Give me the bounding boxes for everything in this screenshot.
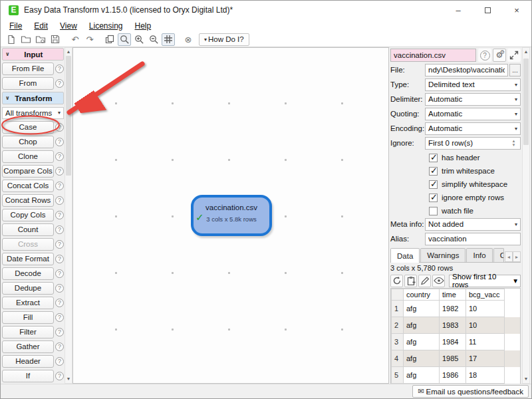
rows-shown-dropdown[interactable]: Show first 10 rows ▾ bbox=[449, 275, 521, 287]
checkbox-checked-icon[interactable] bbox=[429, 180, 438, 189]
table-row[interactable]: 5 afg 1986 18 bbox=[392, 367, 521, 384]
alias-input[interactable] bbox=[428, 235, 517, 243]
transform-concat-rows-button[interactable]: Concat Rows bbox=[2, 194, 54, 207]
minimize-button[interactable]: – bbox=[444, 1, 473, 19]
zoom-out-button[interactable] bbox=[147, 33, 160, 46]
help-icon[interactable]: ? bbox=[55, 167, 64, 176]
ignore-spinner[interactable]: First 0 row(s) ▲▼ bbox=[425, 137, 521, 150]
transform-chop-button[interactable]: Chop bbox=[2, 136, 54, 148]
file-path-field[interactable] bbox=[425, 64, 508, 76]
scrollbar-track[interactable] bbox=[523, 56, 529, 375]
help-icon[interactable]: ? bbox=[55, 138, 64, 146]
delimiter-dropdown[interactable]: Automatic ▾ bbox=[425, 93, 521, 106]
close-button[interactable]: × bbox=[502, 1, 531, 19]
type-dropdown[interactable]: Delimited text ▾ bbox=[425, 78, 521, 91]
help-icon[interactable]: ? bbox=[55, 123, 64, 132]
undo-button[interactable]: ↶ bbox=[68, 33, 82, 46]
feedback-button[interactable]: ✉ Email us questions/feedback bbox=[412, 385, 529, 398]
tab-info[interactable]: Info bbox=[466, 248, 492, 262]
help-icon[interactable]: ? bbox=[55, 269, 64, 278]
table-row[interactable]: 3 afg 1984 11 bbox=[392, 334, 521, 350]
scroll-up-icon[interactable]: ▲ bbox=[523, 48, 529, 56]
file-path-input[interactable] bbox=[428, 66, 505, 74]
transform-gather-button[interactable]: Gather bbox=[2, 340, 54, 353]
help-icon[interactable]: ? bbox=[55, 342, 64, 351]
checkbox-checked-icon[interactable] bbox=[429, 167, 438, 176]
inspector-scrollbar[interactable]: ▲ ▼ bbox=[522, 47, 530, 384]
vaccination-csv-node[interactable]: ✓ vaccination.csv 3 cols x 5.8k rows bbox=[191, 195, 272, 236]
alias-field[interactable] bbox=[425, 233, 521, 245]
transform-header-button[interactable]: Header bbox=[2, 355, 54, 368]
scroll-down-icon[interactable]: ▼ bbox=[65, 375, 72, 383]
spinner-arrows[interactable]: ▲▼ bbox=[510, 139, 517, 147]
trim-whitespace-checkbox-row[interactable]: trim whitespace bbox=[390, 164, 521, 178]
has-header-checkbox-row[interactable]: has header bbox=[390, 151, 521, 164]
settings-button[interactable]: ⚙⚙ bbox=[493, 49, 506, 62]
scrollbar-thumb[interactable] bbox=[66, 56, 71, 176]
transform-compare-cols-button[interactable]: Compare Cols bbox=[2, 165, 54, 178]
help-icon[interactable]: ? bbox=[55, 299, 64, 307]
refresh-button[interactable] bbox=[390, 275, 403, 287]
transform-count-button[interactable]: Count bbox=[2, 223, 54, 236]
help-icon[interactable]: ? bbox=[55, 211, 64, 219]
encoding-dropdown[interactable]: Automatic ▾ bbox=[425, 122, 521, 135]
expand-panel-button[interactable] bbox=[507, 49, 521, 62]
help-icon[interactable]: ? bbox=[55, 225, 64, 234]
help-button[interactable]: ? bbox=[478, 49, 491, 62]
help-icon[interactable]: ? bbox=[55, 240, 64, 249]
column-header-country[interactable]: country bbox=[404, 289, 440, 301]
menu-help[interactable]: Help bbox=[129, 21, 158, 31]
transform-decode-button[interactable]: Decode bbox=[2, 267, 54, 280]
duplicate-button[interactable] bbox=[103, 33, 116, 46]
transform-fill-button[interactable]: Fill bbox=[2, 311, 54, 324]
watch-file-checkbox-row[interactable]: watch file bbox=[390, 204, 521, 217]
new-project-button[interactable] bbox=[5, 33, 18, 46]
open-recent-button[interactable] bbox=[34, 33, 47, 46]
menu-edit[interactable]: Edit bbox=[28, 21, 54, 31]
transform-filter-button[interactable]: Filter bbox=[2, 326, 54, 338]
help-icon[interactable]: ? bbox=[55, 79, 64, 88]
menu-view[interactable]: View bbox=[54, 21, 83, 31]
pan-zoom-tool-button[interactable] bbox=[118, 33, 131, 46]
transform-concat-cols-button[interactable]: Concat Cols bbox=[2, 180, 54, 192]
browse-button[interactable]: ... bbox=[509, 64, 521, 76]
column-header-bcg-vacc[interactable]: bcg_vacc bbox=[466, 289, 505, 301]
simplify-whitespace-checkbox-row[interactable]: simplify whitespace bbox=[390, 178, 521, 191]
toggle-grid-button[interactable] bbox=[162, 33, 175, 46]
scroll-down-icon[interactable]: ▼ bbox=[523, 375, 529, 383]
copy-to-clipboard-button[interactable] bbox=[404, 275, 417, 287]
scroll-up-icon[interactable]: ▲ bbox=[65, 48, 72, 56]
node-name-field[interactable] bbox=[390, 49, 476, 62]
maximize-button[interactable] bbox=[473, 1, 502, 19]
help-icon[interactable]: ? bbox=[55, 196, 64, 205]
table-row[interactable]: 1 afg 1982 10 bbox=[392, 301, 521, 317]
tab-scroll-right-icon[interactable]: ▸ bbox=[513, 251, 521, 262]
from-file-button[interactable]: From File bbox=[2, 63, 54, 75]
transform-filter-dropdown[interactable]: All transforms ▾ bbox=[2, 107, 64, 119]
transform-date-format-button[interactable]: Date Format bbox=[2, 253, 54, 265]
tab-warnings[interactable]: Warnings bbox=[420, 248, 466, 262]
preview-button[interactable] bbox=[432, 275, 445, 287]
help-icon[interactable]: ? bbox=[55, 284, 64, 293]
spin-down-icon[interactable]: ▼ bbox=[510, 143, 517, 147]
transform-clone-button[interactable]: Clone bbox=[2, 150, 54, 163]
help-icon[interactable]: ? bbox=[55, 182, 64, 190]
help-icon[interactable]: ? bbox=[55, 65, 64, 73]
scrollbar-thumb[interactable] bbox=[523, 59, 529, 145]
transform-section-header[interactable]: ∨ Transform bbox=[2, 92, 64, 104]
how-do-i-button[interactable]: ▾ How Do I? bbox=[199, 33, 249, 46]
meta-info-dropdown[interactable]: Not added ▾ bbox=[425, 218, 521, 231]
menu-file[interactable]: File bbox=[3, 21, 28, 31]
sidebar-scrollbar[interactable]: ▲ ▼ bbox=[65, 47, 72, 384]
help-icon[interactable]: ? bbox=[55, 313, 64, 322]
help-icon[interactable]: ? bbox=[55, 328, 64, 336]
transform-extract-button[interactable]: Extract bbox=[2, 297, 54, 309]
checkbox-unchecked-icon[interactable] bbox=[429, 207, 438, 215]
help-icon[interactable]: ? bbox=[55, 255, 64, 263]
table-row[interactable]: 2 afg 1983 10 bbox=[392, 317, 521, 334]
redo-button[interactable]: ↷ bbox=[83, 33, 96, 46]
node-name-input[interactable] bbox=[394, 51, 473, 59]
input-section-header[interactable]: ∨ Input bbox=[2, 48, 64, 61]
save-button[interactable] bbox=[49, 33, 62, 46]
tab-scroll-left-icon[interactable]: ◂ bbox=[505, 251, 513, 262]
